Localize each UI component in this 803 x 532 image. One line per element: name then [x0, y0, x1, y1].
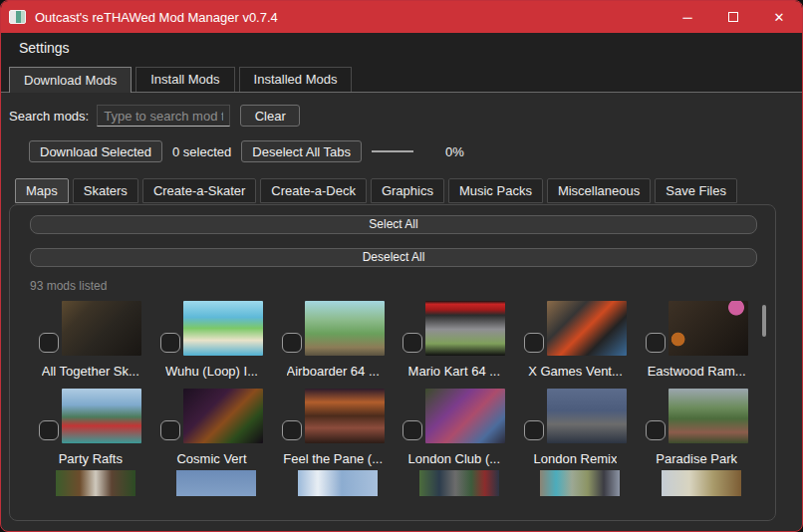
mod-checkbox[interactable]	[39, 333, 59, 353]
mod-item-top	[39, 301, 141, 356]
mod-thumbnail[interactable]	[547, 301, 627, 356]
menu-item-settings[interactable]: Settings	[7, 36, 82, 60]
content-area: Search mods: Clear Download Selected 0 s…	[1, 93, 802, 521]
mod-checkbox[interactable]	[282, 333, 302, 353]
mod-checkbox[interactable]	[160, 420, 180, 440]
mod-checkbox[interactable]	[402, 420, 422, 440]
mod-label: Party Rafts	[59, 451, 123, 466]
mod-item: Airboarder 64 ...	[272, 301, 394, 379]
app-window: Outcast's reTHAWed Mod Manager v0.7.4 ─ …	[0, 0, 803, 532]
mod-label: Eastwood Ram...	[648, 364, 746, 379]
mod-item-top	[524, 389, 627, 443]
mod-item-partial	[151, 470, 273, 496]
mod-label: All Together Sk...	[42, 364, 139, 379]
mod-item-partial	[636, 470, 757, 496]
clear-button[interactable]: Clear	[240, 105, 300, 127]
selected-count: 0 selected	[172, 144, 231, 159]
mod-thumbnail[interactable]	[669, 389, 748, 443]
mod-thumbnail[interactable]	[305, 301, 385, 356]
mod-thumbnail[interactable]	[540, 470, 620, 496]
mods-grid: All Together Sk...Wuhu (Loop) I...Airboa…	[30, 301, 757, 466]
mod-item-top	[160, 301, 263, 356]
mod-item: Paradise Park	[636, 389, 757, 466]
main-tab-strip: Download ModsInstall ModsInstalled Mods	[1, 63, 802, 93]
mod-thumbnail[interactable]	[56, 470, 135, 496]
category-tab-strip: MapsSkatersCreate-a-SkaterCreate-a-DeckG…	[15, 178, 794, 203]
tab-installed-mods[interactable]: Installed Mods	[239, 67, 353, 92]
progress-percent: 0%	[445, 144, 464, 159]
download-progress-bar	[372, 150, 413, 152]
mod-item-top	[160, 389, 263, 443]
mod-thumbnail[interactable]	[425, 389, 505, 443]
maximize-button[interactable]	[710, 1, 756, 33]
mod-item-top	[39, 389, 141, 443]
mod-checkbox[interactable]	[646, 420, 666, 440]
mod-label: X Games Vent...	[528, 364, 623, 379]
mod-thumbnail[interactable]	[669, 301, 748, 356]
mod-item-top	[646, 301, 748, 356]
mod-thumbnail[interactable]	[425, 301, 505, 356]
category-tab-graphics[interactable]: Graphics	[371, 178, 444, 203]
category-tab-create-a-skater[interactable]: Create-a-Skater	[142, 178, 256, 203]
mod-thumbnail[interactable]	[419, 470, 499, 496]
category-tab-save-files[interactable]: Save Files	[655, 178, 737, 203]
deselect-all-button[interactable]: Deselect All	[30, 248, 757, 267]
app-icon	[9, 10, 26, 24]
mod-item: London Remix	[515, 389, 637, 466]
category-tab-music-packs[interactable]: Music Packs	[448, 178, 543, 203]
download-row: Download Selected 0 selected Deselect Al…	[29, 140, 794, 162]
mod-checkbox[interactable]	[39, 420, 59, 440]
mod-item-top	[646, 389, 748, 443]
close-button[interactable]: ✕	[756, 1, 802, 33]
search-row: Search mods: Clear	[9, 105, 794, 127]
mod-checkbox[interactable]	[524, 333, 544, 353]
mod-thumbnail[interactable]	[298, 470, 378, 496]
window-controls: ─ ✕	[665, 1, 802, 33]
mod-item: X Games Vent...	[515, 301, 637, 379]
mod-thumbnail[interactable]	[547, 389, 627, 443]
mod-item: Feel the Pane (...	[272, 389, 394, 466]
mod-thumbnail[interactable]	[305, 389, 385, 443]
mods-grid-partial-row	[30, 470, 757, 496]
category-tab-create-a-deck[interactable]: Create-a-Deck	[260, 178, 367, 203]
mod-thumbnail[interactable]	[662, 470, 741, 496]
mod-item-partial	[30, 470, 151, 496]
mod-thumbnail[interactable]	[62, 301, 141, 356]
mod-checkbox[interactable]	[524, 420, 544, 440]
mod-label: Cosmic Vert	[176, 451, 246, 466]
category-tab-miscellaneous[interactable]: Miscellaneous	[547, 178, 651, 203]
mod-item: All Together Sk...	[30, 301, 151, 379]
titlebar: Outcast's reTHAWed Mod Manager v0.7.4 ─ …	[1, 1, 802, 33]
maximize-icon	[728, 12, 738, 22]
mods-count-text: 93 mods listed	[30, 279, 757, 293]
mod-checkbox[interactable]	[160, 333, 180, 353]
mod-item-top	[402, 301, 505, 356]
select-all-button[interactable]: Select All	[30, 215, 757, 234]
category-tab-skaters[interactable]: Skaters	[73, 178, 138, 203]
mod-label: Paradise Park	[656, 451, 737, 466]
minimize-button[interactable]: ─	[665, 1, 710, 33]
vertical-scrollbar[interactable]	[762, 305, 766, 337]
search-label: Search mods:	[9, 109, 89, 124]
mod-item-top	[282, 301, 385, 356]
mod-item-partial	[394, 470, 515, 496]
mod-thumbnail[interactable]	[183, 389, 263, 443]
mod-checkbox[interactable]	[282, 420, 302, 440]
mod-label: Mario Kart 64 ...	[408, 364, 500, 379]
mod-item: Cosmic Vert	[151, 389, 273, 466]
mod-thumbnail[interactable]	[62, 389, 141, 443]
tab-download-mods[interactable]: Download Mods	[9, 67, 132, 93]
mod-item: London Club (...	[394, 389, 515, 466]
mod-item-top	[524, 301, 627, 356]
search-input[interactable]	[97, 105, 230, 127]
tab-install-mods[interactable]: Install Mods	[135, 67, 234, 92]
deselect-all-tabs-button[interactable]: Deselect All Tabs	[241, 140, 362, 162]
mod-thumbnail[interactable]	[183, 301, 263, 356]
category-tab-maps[interactable]: Maps	[15, 178, 69, 203]
download-selected-button[interactable]: Download Selected	[29, 140, 162, 162]
mod-label: Airboarder 64 ...	[287, 364, 380, 379]
mod-checkbox[interactable]	[402, 333, 422, 353]
mod-checkbox[interactable]	[646, 333, 666, 353]
mod-thumbnail[interactable]	[176, 470, 256, 496]
mod-item: Eastwood Ram...	[636, 301, 757, 379]
